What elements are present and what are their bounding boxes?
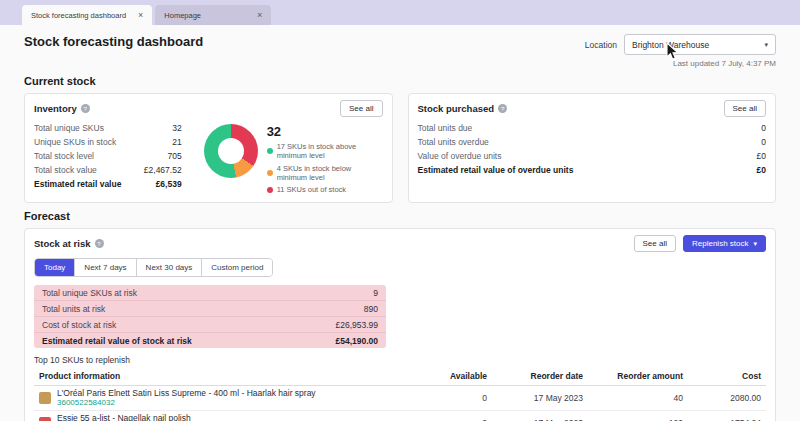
available-cell: 0 bbox=[420, 410, 492, 421]
last-updated: Last updated 7 July, 4:37 PM bbox=[673, 59, 776, 68]
inventory-see-all-button[interactable]: See all bbox=[340, 100, 382, 117]
stat-value: £2,467.52 bbox=[144, 165, 182, 175]
product-thumbnail bbox=[39, 392, 51, 404]
column-available: Available bbox=[420, 368, 492, 386]
legend-item: 11 SKUs out of stock bbox=[267, 185, 383, 194]
table-header-row: Product information Available Reorder da… bbox=[34, 368, 766, 386]
stat-label: Estimated retail value of overdue units bbox=[418, 165, 574, 175]
product-thumbnail bbox=[39, 417, 51, 421]
help-icon[interactable]: ? bbox=[81, 104, 90, 113]
risk-row: Total unique SKUs at risk 9 bbox=[34, 285, 386, 301]
risk-summary-box: Total unique SKUs at risk 9 Total units … bbox=[34, 285, 386, 348]
legend-dot-green bbox=[267, 148, 273, 154]
section-title-forecast: Forecast bbox=[0, 203, 800, 228]
stat-value: £6,539 bbox=[156, 179, 182, 189]
legend-dot-red bbox=[267, 187, 273, 193]
reorder-amount-cell: 40 bbox=[588, 386, 688, 411]
risk-row: Cost of stock at risk £26,953.99 bbox=[34, 317, 386, 333]
product-name: L'Oréal Paris Elnett Satin Liss Supreme … bbox=[57, 388, 316, 398]
tab-label: Homepage bbox=[164, 11, 201, 20]
inventory-donut bbox=[204, 124, 258, 178]
close-icon[interactable]: × bbox=[138, 11, 143, 20]
inventory-card-title: Inventory ? bbox=[34, 103, 90, 114]
location-select[interactable]: Brighton Warehouse ▾ bbox=[624, 34, 776, 55]
stat-label: Total unique SKUs bbox=[34, 123, 104, 133]
stat-value: 21 bbox=[172, 137, 181, 147]
tab-homepage[interactable]: Homepage × bbox=[155, 5, 271, 25]
risk-value: 890 bbox=[364, 304, 378, 314]
window-tabbar: Stock forecasting dashboard × Homepage × bbox=[0, 0, 800, 25]
stock-at-risk-header: Stock at risk ? See all Replenish stock … bbox=[25, 229, 775, 256]
legend-label: 17 SKUs in stock above minimum level bbox=[277, 142, 383, 160]
reorder-date-cell: 17 May 2023 bbox=[492, 386, 588, 411]
stat-row: Total unique SKUs 32 bbox=[34, 121, 182, 135]
cost-cell: 1754.24 bbox=[688, 410, 766, 421]
help-icon[interactable]: ? bbox=[95, 239, 104, 248]
column-cost: Cost bbox=[688, 368, 766, 386]
inventory-donut-legend-col: 32 17 SKUs in stock above minimum level … bbox=[267, 124, 383, 194]
stat-row: Total stock value £2,467.52 bbox=[34, 163, 182, 177]
replenish-stock-label: Replenish stock bbox=[692, 239, 748, 248]
stat-label: Total units overdue bbox=[418, 137, 489, 147]
tab-stock-forecasting-dashboard[interactable]: Stock forecasting dashboard × bbox=[22, 5, 152, 25]
available-cell: 0 bbox=[420, 386, 492, 411]
legend-item: 4 SKUs in stock below minimum level bbox=[267, 164, 383, 182]
stock-at-risk-actions: See all Replenish stock ▾ bbox=[634, 235, 766, 252]
risk-row: Total units at risk 890 bbox=[34, 301, 386, 317]
stat-value: £0 bbox=[757, 151, 766, 161]
column-reorder-date: Reorder date bbox=[492, 368, 588, 386]
period-tabs: Today Next 7 days Next 30 days Custom pe… bbox=[34, 258, 273, 277]
product-name: Essie 55 a-list - Nagellak nail polish bbox=[57, 413, 191, 421]
risk-value: 9 bbox=[373, 288, 378, 298]
chevron-down-icon: ▾ bbox=[764, 41, 768, 49]
stat-label: Total stock value bbox=[34, 165, 97, 175]
table-caption: Top 10 SKUs to replenish bbox=[25, 353, 775, 368]
risk-label: Estimated retail value of stock at risk bbox=[42, 336, 192, 346]
period-tab-next-7-days[interactable]: Next 7 days bbox=[75, 259, 136, 276]
stat-row: Total units overdue 0 bbox=[418, 135, 767, 149]
stat-value: 705 bbox=[167, 151, 181, 161]
location-row: Location Brighton Warehouse ▾ bbox=[585, 34, 776, 55]
stat-row: Total units due 0 bbox=[418, 121, 767, 135]
product-cell: Essie 55 a-list - Nagellak nail polish 3… bbox=[39, 413, 415, 421]
stock-purchased-card-header: Stock purchased ? See all bbox=[409, 94, 776, 119]
stat-row: Value of overdue units £0 bbox=[418, 149, 767, 163]
stat-value: 0 bbox=[761, 123, 766, 133]
help-icon[interactable]: ? bbox=[498, 104, 507, 113]
stock-purchased-stats: Total units due 0 Total units overdue 0 … bbox=[409, 119, 776, 185]
close-icon[interactable]: × bbox=[257, 11, 262, 20]
stat-label: Value of overdue units bbox=[418, 151, 502, 161]
period-tab-next-30-days[interactable]: Next 30 days bbox=[137, 259, 203, 276]
reorder-date-cell: 17 May 2023 bbox=[492, 410, 588, 421]
location-value: Brighton Warehouse bbox=[632, 40, 709, 50]
period-tab-custom-period[interactable]: Custom period bbox=[202, 259, 272, 276]
risk-label: Cost of stock at risk bbox=[42, 320, 116, 330]
replenish-stock-button[interactable]: Replenish stock ▾ bbox=[683, 235, 766, 252]
donut-total: 32 bbox=[267, 124, 383, 139]
page-title: Stock forecasting dashboard bbox=[24, 34, 203, 49]
risk-label: Total unique SKUs at risk bbox=[42, 288, 137, 298]
stat-value: 32 bbox=[172, 123, 181, 133]
stock-at-risk-see-all-button[interactable]: See all bbox=[634, 235, 676, 252]
column-reorder-amount: Reorder amount bbox=[588, 368, 688, 386]
stat-label: Total stock level bbox=[34, 151, 94, 161]
column-product-information: Product information bbox=[34, 368, 420, 386]
stock-purchased-card: Stock purchased ? See all Total units du… bbox=[408, 93, 777, 203]
product-info: Essie 55 a-list - Nagellak nail polish 3… bbox=[57, 413, 191, 421]
cost-cell: 2080.00 bbox=[688, 386, 766, 411]
risk-value: £26,953.99 bbox=[335, 320, 378, 330]
risk-value: £54,190.00 bbox=[335, 336, 378, 346]
donut-legend: 17 SKUs in stock above minimum level 4 S… bbox=[267, 142, 383, 194]
stat-row: Estimated retail value of overdue units … bbox=[418, 163, 767, 177]
stat-value: 0 bbox=[761, 137, 766, 147]
stock-purchased-see-all-button[interactable]: See all bbox=[724, 100, 766, 117]
table-row[interactable]: L'Oréal Paris Elnett Satin Liss Supreme … bbox=[34, 386, 766, 411]
period-tab-today[interactable]: Today bbox=[35, 259, 75, 276]
stat-value: £0 bbox=[757, 165, 766, 175]
current-stock-cards: Inventory ? See all Total unique SKUs 32… bbox=[0, 93, 800, 203]
sku-link[interactable]: 3600522584032 bbox=[57, 398, 316, 408]
table-row[interactable]: Essie 55 a-list - Nagellak nail polish 3… bbox=[34, 410, 766, 421]
stat-row: Total stock level 705 bbox=[34, 149, 182, 163]
stat-row: Unique SKUs in stock 21 bbox=[34, 135, 182, 149]
product-cell: L'Oréal Paris Elnett Satin Liss Supreme … bbox=[39, 388, 415, 408]
